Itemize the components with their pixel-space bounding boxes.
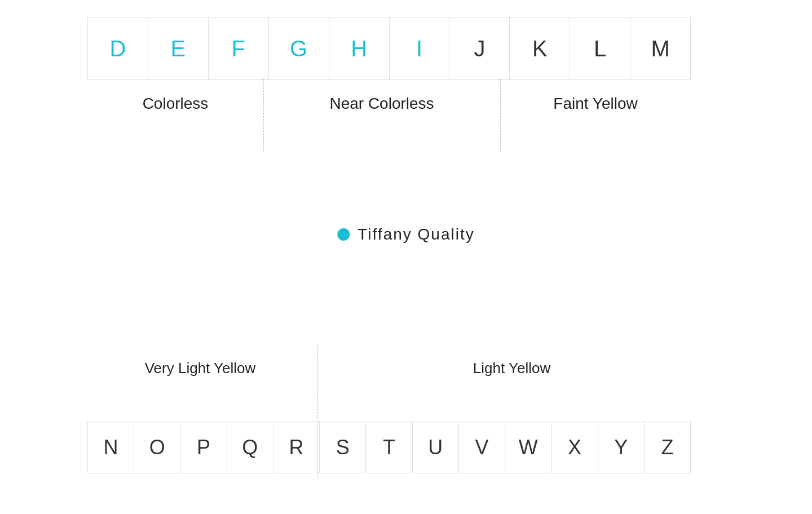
grade-cell-N[interactable]: N [88,422,134,473]
tiffany-dot [337,228,350,241]
category-light-yellow: Light Yellow [333,360,691,377]
grade-cell-H[interactable]: H [329,17,390,79]
grade-cell-Z[interactable]: Z [645,422,690,473]
grade-cell-M[interactable]: M [630,17,690,79]
category-faint-yellow: Faint Yellow [500,95,691,113]
grade-cell-F[interactable]: F [209,17,269,79]
grade-cell-E[interactable]: E [148,17,209,79]
grade-cell-K[interactable]: K [510,17,570,79]
tiffany-legend: Tiffany Quality [337,225,474,243]
grade-cell-V[interactable]: V [459,422,505,473]
category-very-light-yellow: Very Light Yellow [87,360,313,377]
category-near-colorless: Near Colorless [263,95,500,113]
divider-near-faint [500,79,501,152]
grade-cell-D[interactable]: D [88,17,148,79]
diamond-color-chart: D E F G H I J K L M Colorless Near Color… [0,0,812,514]
top-grade-row: D E F G H I J K L M [87,17,691,80]
grade-cell-Q[interactable]: Q [227,422,273,473]
grade-cell-X[interactable]: X [551,422,598,473]
grade-cell-T[interactable]: T [366,422,412,473]
tiffany-label: Tiffany Quality [358,225,474,243]
grade-cell-O[interactable]: O [134,422,180,473]
grade-cell-P[interactable]: P [180,422,227,473]
divider-colorless-near [263,79,264,152]
grade-cell-I[interactable]: I [390,17,450,79]
grade-cell-G[interactable]: G [269,17,329,79]
grade-cell-R[interactable]: R [273,422,320,473]
grade-cell-J[interactable]: J [449,17,510,79]
grade-cell-Y[interactable]: Y [598,422,645,473]
bottom-grade-row: N O P Q R S T U V W X Y Z [87,422,691,473]
grade-cell-U[interactable]: U [413,422,459,473]
grade-cell-W[interactable]: W [505,422,551,473]
grade-cell-L[interactable]: L [570,17,630,79]
grade-cell-S[interactable]: S [320,422,366,473]
category-colorless: Colorless [87,95,263,113]
